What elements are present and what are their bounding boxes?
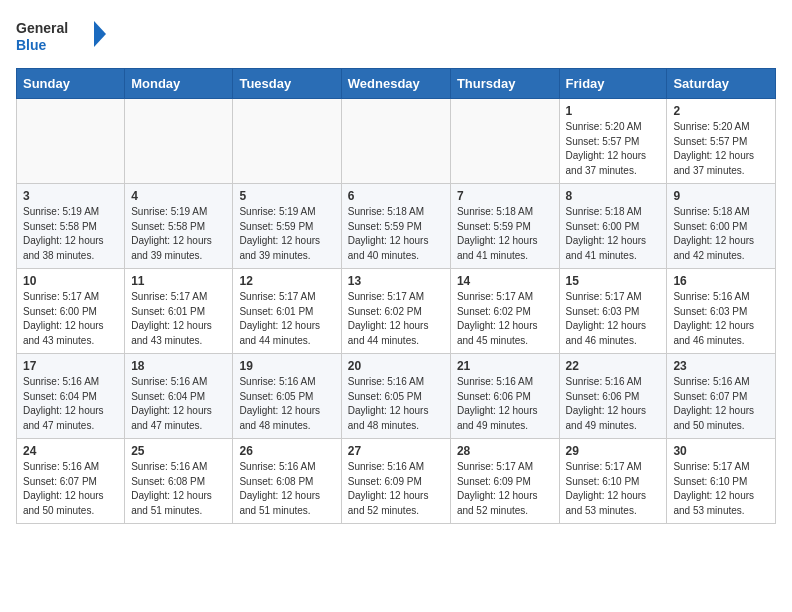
calendar-cell: 23Sunrise: 5:16 AMSunset: 6:07 PMDayligh… — [667, 354, 776, 439]
calendar-cell: 9Sunrise: 5:18 AMSunset: 6:00 PMDaylight… — [667, 184, 776, 269]
calendar-cell: 24Sunrise: 5:16 AMSunset: 6:07 PMDayligh… — [17, 439, 125, 524]
calendar-cell: 17Sunrise: 5:16 AMSunset: 6:04 PMDayligh… — [17, 354, 125, 439]
calendar-cell: 27Sunrise: 5:16 AMSunset: 6:09 PMDayligh… — [341, 439, 450, 524]
svg-marker-2 — [94, 21, 106, 47]
col-header-saturday: Saturday — [667, 69, 776, 99]
calendar-week-0: 1Sunrise: 5:20 AMSunset: 5:57 PMDaylight… — [17, 99, 776, 184]
day-info: Sunrise: 5:17 AMSunset: 6:02 PMDaylight:… — [457, 290, 553, 348]
calendar-cell: 20Sunrise: 5:16 AMSunset: 6:05 PMDayligh… — [341, 354, 450, 439]
calendar-cell: 15Sunrise: 5:17 AMSunset: 6:03 PMDayligh… — [559, 269, 667, 354]
col-header-monday: Monday — [125, 69, 233, 99]
day-number: 5 — [239, 189, 334, 203]
calendar-week-3: 17Sunrise: 5:16 AMSunset: 6:04 PMDayligh… — [17, 354, 776, 439]
day-number: 17 — [23, 359, 118, 373]
calendar-cell: 18Sunrise: 5:16 AMSunset: 6:04 PMDayligh… — [125, 354, 233, 439]
day-info: Sunrise: 5:16 AMSunset: 6:06 PMDaylight:… — [566, 375, 661, 433]
day-number: 20 — [348, 359, 444, 373]
day-number: 11 — [131, 274, 226, 288]
day-number: 28 — [457, 444, 553, 458]
day-info: Sunrise: 5:16 AMSunset: 6:04 PMDaylight:… — [131, 375, 226, 433]
calendar-header-row: SundayMondayTuesdayWednesdayThursdayFrid… — [17, 69, 776, 99]
calendar-cell: 22Sunrise: 5:16 AMSunset: 6:06 PMDayligh… — [559, 354, 667, 439]
svg-text:Blue: Blue — [16, 37, 47, 53]
day-number: 19 — [239, 359, 334, 373]
calendar-cell: 29Sunrise: 5:17 AMSunset: 6:10 PMDayligh… — [559, 439, 667, 524]
day-info: Sunrise: 5:18 AMSunset: 6:00 PMDaylight:… — [673, 205, 769, 263]
day-info: Sunrise: 5:16 AMSunset: 6:09 PMDaylight:… — [348, 460, 444, 518]
calendar-cell — [125, 99, 233, 184]
calendar-week-4: 24Sunrise: 5:16 AMSunset: 6:07 PMDayligh… — [17, 439, 776, 524]
calendar-cell: 11Sunrise: 5:17 AMSunset: 6:01 PMDayligh… — [125, 269, 233, 354]
day-info: Sunrise: 5:19 AMSunset: 5:59 PMDaylight:… — [239, 205, 334, 263]
day-info: Sunrise: 5:17 AMSunset: 6:10 PMDaylight:… — [566, 460, 661, 518]
calendar-cell: 2Sunrise: 5:20 AMSunset: 5:57 PMDaylight… — [667, 99, 776, 184]
day-info: Sunrise: 5:16 AMSunset: 6:07 PMDaylight:… — [673, 375, 769, 433]
day-number: 6 — [348, 189, 444, 203]
day-info: Sunrise: 5:17 AMSunset: 6:03 PMDaylight:… — [566, 290, 661, 348]
page-header: General Blue — [16, 16, 776, 56]
calendar-cell — [450, 99, 559, 184]
col-header-friday: Friday — [559, 69, 667, 99]
day-number: 29 — [566, 444, 661, 458]
day-number: 16 — [673, 274, 769, 288]
day-number: 24 — [23, 444, 118, 458]
day-info: Sunrise: 5:17 AMSunset: 6:10 PMDaylight:… — [673, 460, 769, 518]
day-number: 18 — [131, 359, 226, 373]
calendar-cell: 14Sunrise: 5:17 AMSunset: 6:02 PMDayligh… — [450, 269, 559, 354]
day-number: 21 — [457, 359, 553, 373]
calendar-cell: 16Sunrise: 5:16 AMSunset: 6:03 PMDayligh… — [667, 269, 776, 354]
calendar-table: SundayMondayTuesdayWednesdayThursdayFrid… — [16, 68, 776, 524]
calendar-week-1: 3Sunrise: 5:19 AMSunset: 5:58 PMDaylight… — [17, 184, 776, 269]
calendar-cell: 1Sunrise: 5:20 AMSunset: 5:57 PMDaylight… — [559, 99, 667, 184]
day-info: Sunrise: 5:17 AMSunset: 6:01 PMDaylight:… — [239, 290, 334, 348]
calendar-cell — [17, 99, 125, 184]
day-number: 14 — [457, 274, 553, 288]
calendar-cell: 26Sunrise: 5:16 AMSunset: 6:08 PMDayligh… — [233, 439, 341, 524]
day-number: 27 — [348, 444, 444, 458]
day-number: 26 — [239, 444, 334, 458]
calendar-cell — [341, 99, 450, 184]
calendar-cell: 28Sunrise: 5:17 AMSunset: 6:09 PMDayligh… — [450, 439, 559, 524]
calendar-cell: 3Sunrise: 5:19 AMSunset: 5:58 PMDaylight… — [17, 184, 125, 269]
col-header-wednesday: Wednesday — [341, 69, 450, 99]
day-info: Sunrise: 5:17 AMSunset: 6:09 PMDaylight:… — [457, 460, 553, 518]
day-info: Sunrise: 5:17 AMSunset: 6:01 PMDaylight:… — [131, 290, 226, 348]
day-info: Sunrise: 5:18 AMSunset: 5:59 PMDaylight:… — [348, 205, 444, 263]
day-number: 30 — [673, 444, 769, 458]
day-info: Sunrise: 5:16 AMSunset: 6:04 PMDaylight:… — [23, 375, 118, 433]
day-info: Sunrise: 5:16 AMSunset: 6:05 PMDaylight:… — [239, 375, 334, 433]
calendar-cell: 10Sunrise: 5:17 AMSunset: 6:00 PMDayligh… — [17, 269, 125, 354]
calendar-cell: 5Sunrise: 5:19 AMSunset: 5:59 PMDaylight… — [233, 184, 341, 269]
day-info: Sunrise: 5:16 AMSunset: 6:07 PMDaylight:… — [23, 460, 118, 518]
day-number: 7 — [457, 189, 553, 203]
day-info: Sunrise: 5:17 AMSunset: 6:00 PMDaylight:… — [23, 290, 118, 348]
calendar-cell: 7Sunrise: 5:18 AMSunset: 5:59 PMDaylight… — [450, 184, 559, 269]
calendar-week-2: 10Sunrise: 5:17 AMSunset: 6:00 PMDayligh… — [17, 269, 776, 354]
calendar-cell: 12Sunrise: 5:17 AMSunset: 6:01 PMDayligh… — [233, 269, 341, 354]
calendar-cell: 21Sunrise: 5:16 AMSunset: 6:06 PMDayligh… — [450, 354, 559, 439]
calendar-cell: 6Sunrise: 5:18 AMSunset: 5:59 PMDaylight… — [341, 184, 450, 269]
calendar-cell — [233, 99, 341, 184]
day-info: Sunrise: 5:16 AMSunset: 6:05 PMDaylight:… — [348, 375, 444, 433]
day-info: Sunrise: 5:20 AMSunset: 5:57 PMDaylight:… — [673, 120, 769, 178]
day-number: 9 — [673, 189, 769, 203]
day-number: 22 — [566, 359, 661, 373]
day-number: 15 — [566, 274, 661, 288]
day-info: Sunrise: 5:19 AMSunset: 5:58 PMDaylight:… — [23, 205, 118, 263]
day-info: Sunrise: 5:16 AMSunset: 6:06 PMDaylight:… — [457, 375, 553, 433]
calendar-cell: 8Sunrise: 5:18 AMSunset: 6:00 PMDaylight… — [559, 184, 667, 269]
svg-text:General: General — [16, 20, 68, 36]
day-number: 12 — [239, 274, 334, 288]
day-number: 4 — [131, 189, 226, 203]
day-number: 25 — [131, 444, 226, 458]
day-number: 13 — [348, 274, 444, 288]
day-info: Sunrise: 5:20 AMSunset: 5:57 PMDaylight:… — [566, 120, 661, 178]
day-number: 10 — [23, 274, 118, 288]
logo-svg: General Blue — [16, 16, 106, 56]
col-header-sunday: Sunday — [17, 69, 125, 99]
day-info: Sunrise: 5:16 AMSunset: 6:08 PMDaylight:… — [239, 460, 334, 518]
day-info: Sunrise: 5:16 AMSunset: 6:08 PMDaylight:… — [131, 460, 226, 518]
col-header-tuesday: Tuesday — [233, 69, 341, 99]
calendar-cell: 19Sunrise: 5:16 AMSunset: 6:05 PMDayligh… — [233, 354, 341, 439]
calendar-cell: 25Sunrise: 5:16 AMSunset: 6:08 PMDayligh… — [125, 439, 233, 524]
